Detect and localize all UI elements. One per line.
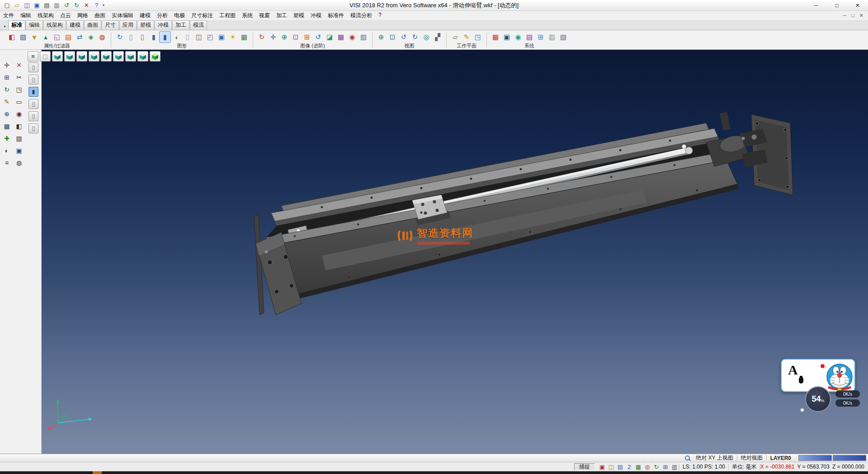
menu-item-17[interactable]: 冲模 (307, 12, 325, 19)
view-iso-icon[interactable] (52, 51, 63, 62)
undo-icon[interactable]: ↺ (62, 1, 71, 9)
menu-item-8[interactable]: 建模 (137, 12, 154, 19)
view-mode-label[interactable]: 绝对 XY 上视图 (692, 454, 736, 462)
display-mode-5[interactable]: ▯ (28, 111, 38, 121)
tab-6[interactable]: 尺寸 (102, 20, 119, 30)
swap-attr-icon[interactable]: ⇄ (74, 32, 85, 43)
mdi-minimize-button[interactable]: ─ (843, 13, 846, 19)
tab-4[interactable]: 建模 (66, 20, 84, 30)
redraw-icon[interactable]: ↻ (114, 32, 125, 43)
menu-item-6[interactable]: 曲面 (91, 12, 108, 19)
view-axonometric-icon[interactable] (137, 51, 148, 62)
view-menu-icon[interactable]: ≡ (28, 51, 38, 62)
gallery-icon[interactable]: ▥ (358, 32, 369, 43)
filter-layer-icon[interactable]: ◱ (52, 32, 62, 43)
light-icon[interactable]: ☀ (227, 32, 238, 43)
layer-color-chip[interactable] (798, 455, 832, 461)
mdi-close-button[interactable]: ✕ (859, 13, 863, 19)
hatch-icon[interactable]: ▧ (14, 133, 24, 144)
menu-item-13[interactable]: 系统 (239, 12, 256, 19)
menu-item-14[interactable]: 视窗 (256, 12, 273, 19)
trim-icon[interactable]: ✂ (14, 72, 24, 83)
view-shaded-cube-icon[interactable] (150, 51, 160, 62)
half-section-icon[interactable]: ◧ (14, 121, 24, 132)
target-icon[interactable]: ◎ (643, 463, 652, 471)
print-preview-icon[interactable]: ▥ (52, 1, 61, 9)
view-split-icon[interactable]: ▞ (432, 32, 443, 43)
layer-manager-icon[interactable]: ▤ (63, 32, 74, 43)
view-zoom-box-icon[interactable]: ⊡ (387, 32, 398, 43)
menu-item-16[interactable]: 塑模 (290, 12, 307, 19)
tab-3[interactable]: 线架构 (43, 20, 66, 30)
display-mode-2[interactable]: ▯ (28, 75, 38, 85)
menu-item-11[interactable]: 尺寸标注 (188, 12, 216, 19)
save-image-icon[interactable]: ◫ (607, 463, 616, 471)
view-top-icon[interactable] (64, 51, 75, 62)
taskbar-app-icon[interactable] (93, 471, 102, 474)
tab-2[interactable]: 编辑 (26, 20, 43, 30)
section-view-icon[interactable]: ◫ (193, 32, 204, 43)
menu-item-9[interactable]: 分析 (154, 12, 171, 19)
mesh-icon[interactable]: ▦ (1, 121, 12, 132)
group-icon[interactable]: ◈ (85, 32, 96, 43)
multi-view-icon[interactable]: ▦ (335, 32, 346, 43)
list-icon[interactable]: ≡ (1, 157, 12, 168)
attr-edit-icon[interactable]: ◧ (6, 32, 17, 43)
menu-item-10[interactable]: 电极 (171, 12, 188, 19)
menu-item-4[interactable]: 点云 (57, 12, 74, 19)
menu-item-3[interactable]: 线架构 (34, 12, 57, 19)
menu-item-2[interactable]: 编辑 (17, 12, 34, 19)
grid-settings-icon[interactable]: ▥ (547, 32, 557, 43)
maximize-button[interactable]: □ (826, 0, 847, 10)
save-all-icon[interactable]: ▣ (32, 1, 42, 9)
absolute-view-label[interactable]: 绝对视图 (737, 454, 766, 462)
bounding-box-icon[interactable]: ◰ (205, 32, 216, 43)
ucs-icon[interactable]: ◳ (14, 84, 24, 95)
transparency-icon[interactable]: ▯ (182, 32, 193, 43)
solid-icon[interactable]: ▣ (14, 145, 24, 156)
dynamic-pan-icon[interactable]: ✛ (268, 32, 278, 43)
select-icon[interactable]: ✛ (1, 60, 12, 71)
zoom-window-icon[interactable]: ⊡ (290, 32, 301, 43)
erase-icon[interactable]: ✕ (14, 60, 24, 71)
previous-view-icon[interactable]: ↺ (313, 32, 324, 43)
open-file-icon[interactable]: ▱ (12, 1, 22, 9)
layer-color-chip[interactable] (833, 455, 866, 461)
view-back-icon[interactable] (113, 51, 124, 62)
grid-toggle-icon[interactable]: ▦ (634, 463, 643, 471)
menu-item-1[interactable]: 文件 (0, 12, 17, 19)
workplane-align-icon[interactable]: ◳ (472, 32, 483, 43)
filter-select-icon[interactable]: ▼ (29, 32, 40, 43)
hidden-line-icon[interactable]: ▯ (137, 32, 148, 43)
display-mode-6[interactable]: ▯ (28, 123, 38, 133)
screenshot-icon[interactable]: ▣ (598, 463, 607, 471)
filter-type-icon[interactable]: ▴ (40, 32, 51, 43)
capture-icon[interactable]: ◉ (347, 32, 358, 43)
view-front-icon[interactable] (76, 51, 87, 62)
rectangle-icon[interactable]: ▭ (14, 96, 24, 107)
tab-9[interactable]: 冲模 (155, 20, 172, 30)
view-bottom-icon[interactable] (125, 51, 136, 62)
rotate-icon[interactable]: ↻ (1, 84, 12, 95)
save-icon[interactable]: ◫ (22, 1, 32, 9)
menu-item-19[interactable]: 模流分析 (347, 12, 375, 19)
print-status-icon[interactable]: ▤ (616, 463, 625, 471)
menu-item-5[interactable]: 网格 (74, 12, 91, 19)
workplane-create-icon[interactable]: ▱ (450, 32, 461, 43)
color-palette-icon[interactable]: ▦ (490, 32, 501, 43)
add-icon[interactable]: ✚ (1, 133, 12, 144)
view-dynamic-icon[interactable]: ◎ (421, 32, 432, 43)
view-left-icon[interactable] (101, 51, 112, 62)
zoom-extents-icon[interactable]: ⊞ (302, 32, 312, 43)
minimize-button[interactable]: ─ (806, 0, 826, 10)
shade-toggle-icon[interactable]: ◐ (1, 145, 12, 156)
mdi-restore-button[interactable]: □ (851, 13, 854, 19)
shaded-edges-icon[interactable]: ▮ (160, 32, 170, 43)
isolate-icon[interactable]: ◍ (97, 32, 108, 43)
monitor-icon[interactable]: ▥ (670, 463, 679, 471)
tab-5[interactable]: 曲面 (84, 20, 101, 30)
half-shade-icon[interactable]: ◖ (171, 32, 182, 43)
tab-1[interactable]: 标准 (8, 20, 25, 30)
table-icon[interactable]: ⊞ (661, 463, 670, 471)
progress-circle[interactable]: 54% (805, 386, 831, 412)
